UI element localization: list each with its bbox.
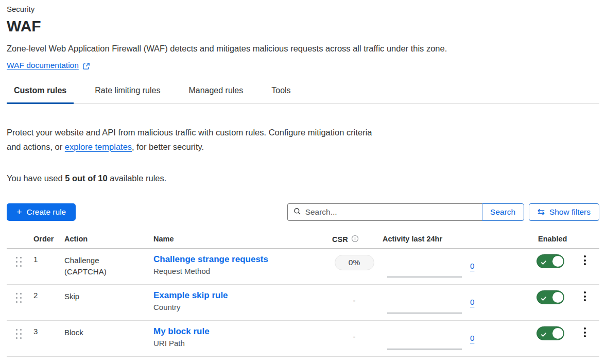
rule-action: Block: [64, 321, 126, 338]
rule-order: 3: [33, 321, 64, 336]
custom-rules-intro: Protect your website and API from malici…: [7, 126, 388, 154]
csr-value: -: [353, 291, 356, 305]
search-group: Search: [287, 203, 524, 221]
swap-arrows-icon: ⇆: [538, 207, 545, 216]
column-header-name: Name: [153, 235, 326, 243]
external-link-icon: [82, 62, 90, 70]
toggle-knob: [552, 256, 563, 267]
activity-sparkline: [387, 349, 462, 350]
rule-order: 1: [33, 249, 64, 264]
plus-icon: +: [16, 207, 22, 217]
column-header-action: Action: [64, 235, 153, 243]
enabled-toggle[interactable]: [536, 254, 564, 268]
rule-name-link[interactable]: Challenge strange requests: [153, 254, 268, 265]
custom-rules-table: Order Action Name CSR Activity last 24hr…: [7, 235, 599, 357]
rule-expression: Request Method: [153, 267, 326, 275]
usage-prefix: You have used: [7, 174, 65, 183]
breadcrumb: Security: [7, 4, 599, 14]
intro-text-after: , for better security.: [132, 142, 204, 151]
activity-sparkline: [387, 276, 462, 278]
activity-count-link[interactable]: 0: [470, 334, 474, 342]
tab-managed-rules[interactable]: Managed rules: [181, 85, 250, 103]
search-icon: [293, 207, 301, 217]
check-icon: [541, 258, 547, 268]
search-button[interactable]: Search: [482, 203, 524, 221]
row-menu-button[interactable]: [580, 325, 590, 339]
csr-value: -: [353, 327, 356, 341]
waf-documentation-link[interactable]: WAF documentation: [7, 61, 79, 70]
toggle-knob: [552, 292, 563, 303]
table-row: 3 Block My block rule URI Path - 0: [7, 321, 599, 357]
table-row: 1 Challenge (CAPTCHA) Challenge strange …: [7, 249, 599, 285]
info-icon[interactable]: [351, 235, 359, 244]
show-filters-label: Show filters: [549, 207, 591, 217]
toggle-knob: [552, 328, 563, 339]
column-header-order: Order: [33, 235, 64, 243]
waf-page: Security WAF Zone-level Web Application …: [0, 0, 606, 357]
row-menu-button[interactable]: [580, 289, 590, 303]
rules-toolbar: + Create rule Search ⇆ Show filt: [7, 203, 599, 221]
column-header-csr: CSR: [332, 235, 348, 244]
rule-action: Challenge (CAPTCHA): [64, 249, 126, 278]
tab-tools[interactable]: Tools: [264, 85, 298, 103]
rule-action: Skip: [64, 285, 126, 302]
usage-suffix: available rules.: [108, 174, 167, 183]
drag-handle-icon[interactable]: [16, 329, 33, 339]
drag-handle-icon[interactable]: [16, 257, 33, 267]
row-menu-button[interactable]: [580, 253, 590, 267]
activity-sparkline: [387, 313, 462, 314]
rules-usage-summary: You have used 5 out of 10 available rule…: [7, 172, 599, 184]
drag-handle-icon[interactable]: [16, 293, 33, 303]
table-row: 2 Skip Example skip rule Country - 0: [7, 285, 599, 321]
rule-name-link[interactable]: My block rule: [153, 326, 210, 337]
csr-badge: 0%: [335, 255, 374, 270]
page-description: Zone-level Web Application Firewall (WAF…: [7, 42, 599, 55]
column-header-enabled: Enabled: [524, 235, 570, 243]
page-title: WAF: [7, 17, 599, 36]
tab-rate-limiting-rules[interactable]: Rate limiting rules: [88, 85, 167, 103]
enabled-toggle[interactable]: [536, 290, 564, 304]
activity-count-link[interactable]: 0: [470, 262, 474, 270]
explore-templates-link[interactable]: explore templates: [65, 142, 132, 151]
table-header-row: Order Action Name CSR Activity last 24hr…: [7, 235, 599, 249]
tab-custom-rules[interactable]: Custom rules: [7, 85, 74, 103]
page-header: Security WAF Zone-level Web Application …: [7, 4, 599, 70]
usage-count: 5 out of 10: [65, 174, 108, 183]
enabled-toggle[interactable]: [536, 326, 564, 340]
search-box: [287, 203, 482, 221]
search-input[interactable]: [305, 207, 476, 217]
show-filters-button[interactable]: ⇆ Show filters: [529, 203, 599, 221]
rule-name-link[interactable]: Example skip rule: [153, 290, 228, 301]
waf-tabs: Custom rules Rate limiting rules Managed…: [7, 85, 599, 104]
check-icon: [541, 294, 547, 304]
rule-order: 2: [33, 285, 64, 300]
check-icon: [541, 331, 547, 340]
column-header-activity: Activity last 24hr: [383, 235, 488, 243]
create-rule-button[interactable]: + Create rule: [7, 203, 76, 221]
rule-expression: URI Path: [153, 339, 326, 348]
create-rule-label: Create rule: [27, 207, 66, 217]
rule-expression: Country: [153, 303, 326, 311]
activity-count-link[interactable]: 0: [470, 298, 474, 306]
